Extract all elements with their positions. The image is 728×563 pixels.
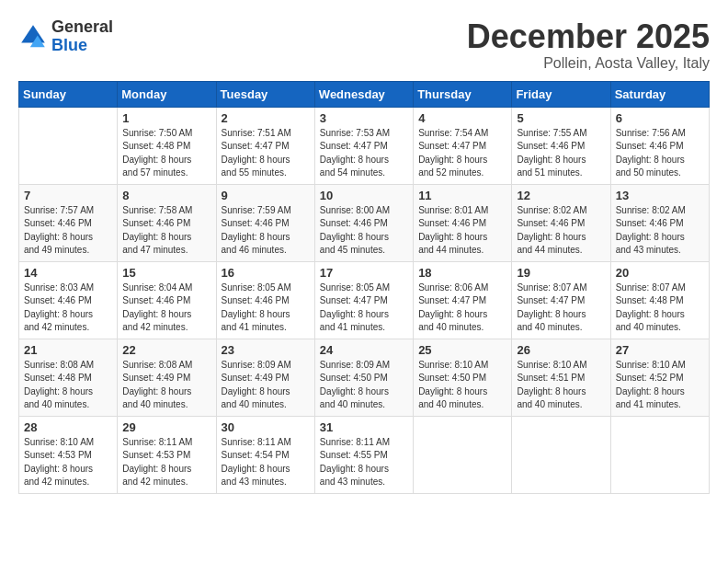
cell-content: Sunrise: 8:00 AM Sunset: 4:46 PM Dayligh…: [320, 204, 408, 258]
day-number: 26: [517, 343, 605, 357]
calendar-cell: 8Sunrise: 7:58 AM Sunset: 4:46 PM Daylig…: [118, 184, 216, 261]
cell-content: Sunrise: 8:10 AM Sunset: 4:52 PM Dayligh…: [616, 359, 704, 412]
cell-content: Sunrise: 8:05 AM Sunset: 4:46 PM Dayligh…: [222, 282, 310, 335]
day-number: 31: [320, 420, 408, 434]
calendar-cell: 12Sunrise: 8:02 AM Sunset: 4:46 PM Dayli…: [512, 184, 610, 261]
calendar-cell: 28Sunrise: 8:10 AM Sunset: 4:53 PM Dayli…: [19, 416, 118, 493]
cell-content: Sunrise: 8:11 AM Sunset: 4:54 PM Dayligh…: [222, 436, 310, 489]
cell-content: Sunrise: 8:10 AM Sunset: 4:51 PM Dayligh…: [517, 359, 605, 412]
cell-content: Sunrise: 7:55 AM Sunset: 4:46 PM Dayligh…: [517, 127, 605, 180]
day-number: 16: [222, 266, 310, 280]
calendar-week-row: 7Sunrise: 7:57 AM Sunset: 4:46 PM Daylig…: [19, 184, 710, 261]
cell-content: Sunrise: 8:07 AM Sunset: 4:47 PM Dayligh…: [517, 282, 605, 335]
calendar-cell: 1Sunrise: 7:50 AM Sunset: 4:48 PM Daylig…: [118, 107, 216, 184]
calendar-cell: 3Sunrise: 7:53 AM Sunset: 4:47 PM Daylig…: [314, 107, 413, 184]
day-number: 14: [24, 266, 112, 280]
day-number: 20: [616, 266, 704, 280]
day-number: 6: [616, 111, 704, 125]
calendar-cell: 16Sunrise: 8:05 AM Sunset: 4:46 PM Dayli…: [216, 261, 314, 339]
weekday-header-monday: Monday: [118, 81, 216, 107]
day-number: 29: [122, 420, 210, 434]
calendar-cell: 9Sunrise: 7:59 AM Sunset: 4:46 PM Daylig…: [216, 184, 314, 261]
day-number: 1: [122, 111, 210, 125]
day-number: 10: [320, 189, 408, 202]
cell-content: Sunrise: 7:59 AM Sunset: 4:46 PM Dayligh…: [222, 204, 310, 258]
title-area: December 2025 Pollein, Aosta Valley, Ita…: [467, 18, 710, 72]
cell-content: Sunrise: 8:10 AM Sunset: 4:53 PM Dayligh…: [24, 436, 112, 489]
logo-text: General Blue: [51, 18, 113, 55]
cell-content: Sunrise: 8:03 AM Sunset: 4:46 PM Dayligh…: [24, 282, 112, 335]
weekday-header-sunday: Sunday: [19, 81, 118, 107]
calendar-week-row: 28Sunrise: 8:10 AM Sunset: 4:53 PM Dayli…: [19, 416, 710, 493]
cell-content: Sunrise: 8:02 AM Sunset: 4:46 PM Dayligh…: [616, 204, 704, 258]
calendar-cell: 5Sunrise: 7:55 AM Sunset: 4:46 PM Daylig…: [512, 107, 610, 184]
calendar-week-row: 21Sunrise: 8:08 AM Sunset: 4:48 PM Dayli…: [19, 339, 710, 416]
cell-content: Sunrise: 7:56 AM Sunset: 4:46 PM Dayligh…: [616, 127, 704, 180]
cell-content: Sunrise: 8:07 AM Sunset: 4:48 PM Dayligh…: [616, 282, 704, 335]
cell-content: Sunrise: 8:06 AM Sunset: 4:47 PM Dayligh…: [418, 282, 506, 335]
calendar-cell: 7Sunrise: 7:57 AM Sunset: 4:46 PM Daylig…: [19, 184, 118, 261]
cell-content: Sunrise: 8:11 AM Sunset: 4:55 PM Dayligh…: [320, 436, 408, 489]
logo-icon: [18, 22, 48, 52]
cell-content: Sunrise: 8:10 AM Sunset: 4:50 PM Dayligh…: [418, 359, 506, 412]
cell-content: Sunrise: 8:05 AM Sunset: 4:47 PM Dayligh…: [320, 282, 408, 335]
cell-content: Sunrise: 7:58 AM Sunset: 4:46 PM Dayligh…: [122, 204, 210, 258]
calendar-cell: [414, 416, 512, 493]
calendar-cell: 24Sunrise: 8:09 AM Sunset: 4:50 PM Dayli…: [314, 339, 413, 416]
day-number: 12: [517, 189, 605, 202]
day-number: 18: [418, 266, 506, 280]
day-number: 17: [320, 266, 408, 280]
calendar-cell: [610, 416, 709, 493]
calendar-cell: 17Sunrise: 8:05 AM Sunset: 4:47 PM Dayli…: [314, 261, 413, 339]
day-number: 9: [222, 189, 310, 202]
calendar-cell: 22Sunrise: 8:08 AM Sunset: 4:49 PM Dayli…: [118, 339, 216, 416]
logo: General Blue: [18, 18, 113, 55]
day-number: 23: [222, 343, 310, 357]
calendar-cell: [19, 107, 118, 184]
day-number: 21: [24, 343, 112, 357]
cell-content: Sunrise: 7:54 AM Sunset: 4:47 PM Dayligh…: [418, 127, 506, 180]
location-title: Pollein, Aosta Valley, Italy: [467, 55, 710, 72]
day-number: 4: [418, 111, 506, 125]
calendar-cell: 21Sunrise: 8:08 AM Sunset: 4:48 PM Dayli…: [19, 339, 118, 416]
cell-content: Sunrise: 8:09 AM Sunset: 4:49 PM Dayligh…: [222, 359, 310, 412]
calendar-cell: 14Sunrise: 8:03 AM Sunset: 4:46 PM Dayli…: [19, 261, 118, 339]
calendar-cell: 10Sunrise: 8:00 AM Sunset: 4:46 PM Dayli…: [314, 184, 413, 261]
calendar-cell: 19Sunrise: 8:07 AM Sunset: 4:47 PM Dayli…: [512, 261, 610, 339]
day-number: 11: [418, 189, 506, 202]
calendar-cell: 4Sunrise: 7:54 AM Sunset: 4:47 PM Daylig…: [414, 107, 512, 184]
weekday-header-row: SundayMondayTuesdayWednesdayThursdayFrid…: [19, 81, 710, 107]
weekday-header-saturday: Saturday: [610, 81, 709, 107]
calendar-cell: 18Sunrise: 8:06 AM Sunset: 4:47 PM Dayli…: [414, 261, 512, 339]
cell-content: Sunrise: 8:09 AM Sunset: 4:50 PM Dayligh…: [320, 359, 408, 412]
day-number: 25: [418, 343, 506, 357]
calendar-cell: [512, 416, 610, 493]
day-number: 8: [122, 189, 210, 202]
calendar-cell: 30Sunrise: 8:11 AM Sunset: 4:54 PM Dayli…: [216, 416, 314, 493]
cell-content: Sunrise: 8:08 AM Sunset: 4:48 PM Dayligh…: [24, 359, 112, 412]
day-number: 28: [24, 420, 112, 434]
logo-general: General: [51, 17, 113, 36]
day-number: 30: [222, 420, 310, 434]
cell-content: Sunrise: 7:51 AM Sunset: 4:47 PM Dayligh…: [222, 127, 310, 180]
calendar-table: SundayMondayTuesdayWednesdayThursdayFrid…: [18, 81, 710, 494]
day-number: 3: [320, 111, 408, 125]
month-title: December 2025: [467, 18, 710, 55]
calendar-cell: 20Sunrise: 8:07 AM Sunset: 4:48 PM Dayli…: [610, 261, 709, 339]
cell-content: Sunrise: 7:50 AM Sunset: 4:48 PM Dayligh…: [122, 127, 210, 180]
day-number: 5: [517, 111, 605, 125]
day-number: 24: [320, 343, 408, 357]
page-header: General Blue December 2025 Pollein, Aost…: [18, 18, 710, 72]
logo-blue: Blue: [51, 36, 87, 54]
cell-content: Sunrise: 8:11 AM Sunset: 4:53 PM Dayligh…: [122, 436, 210, 489]
cell-content: Sunrise: 8:08 AM Sunset: 4:49 PM Dayligh…: [122, 359, 210, 412]
calendar-cell: 31Sunrise: 8:11 AM Sunset: 4:55 PM Dayli…: [314, 416, 413, 493]
weekday-header-tuesday: Tuesday: [216, 81, 314, 107]
calendar-cell: 26Sunrise: 8:10 AM Sunset: 4:51 PM Dayli…: [512, 339, 610, 416]
calendar-cell: 2Sunrise: 7:51 AM Sunset: 4:47 PM Daylig…: [216, 107, 314, 184]
calendar-cell: 29Sunrise: 8:11 AM Sunset: 4:53 PM Dayli…: [118, 416, 216, 493]
cell-content: Sunrise: 7:53 AM Sunset: 4:47 PM Dayligh…: [320, 127, 408, 180]
day-number: 13: [616, 189, 704, 202]
calendar-week-row: 14Sunrise: 8:03 AM Sunset: 4:46 PM Dayli…: [19, 261, 710, 339]
cell-content: Sunrise: 8:02 AM Sunset: 4:46 PM Dayligh…: [517, 204, 605, 258]
